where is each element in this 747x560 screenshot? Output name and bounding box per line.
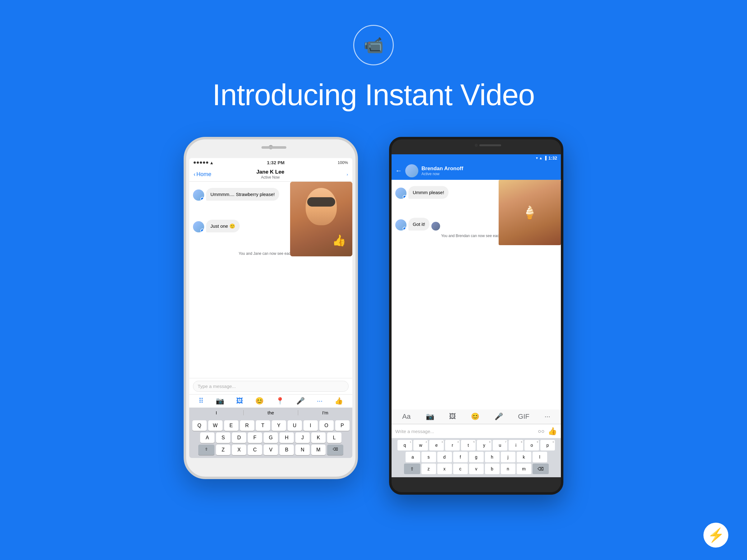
more-icon[interactable]: ··· bbox=[544, 412, 550, 421]
key-t[interactable]: T bbox=[256, 420, 270, 431]
key-s[interactable]: s bbox=[421, 452, 436, 462]
key-o[interactable]: 9o bbox=[524, 440, 539, 451]
key-d[interactable]: d bbox=[437, 452, 452, 462]
key-w[interactable]: 2w bbox=[413, 440, 428, 451]
key-j[interactable]: j bbox=[501, 452, 515, 462]
key-p[interactable]: P bbox=[335, 420, 350, 431]
gallery-icon[interactable]: 🖼 bbox=[449, 412, 456, 421]
wifi-icon: ▲ bbox=[209, 160, 214, 165]
key-b[interactable]: B bbox=[280, 445, 294, 455]
key-c[interactable]: C bbox=[248, 445, 262, 455]
key-m[interactable]: M bbox=[311, 445, 326, 455]
key-g[interactable]: G bbox=[264, 432, 278, 443]
key-h[interactable]: H bbox=[280, 432, 294, 443]
key-n[interactable]: n bbox=[501, 463, 515, 474]
android-screen: ▾ ▲ ▐ 1:32 ← Brendan Aronoff Active now bbox=[391, 154, 561, 477]
emoji-icon[interactable]: 😊 bbox=[471, 412, 479, 421]
key-n[interactable]: N bbox=[295, 445, 310, 455]
key-k[interactable]: K bbox=[311, 432, 326, 443]
like-icon[interactable]: 👍 bbox=[335, 397, 343, 405]
android-video-thumbnail[interactable]: 🍦 bbox=[499, 180, 561, 245]
key-r[interactable]: 4r bbox=[445, 440, 460, 451]
key-e[interactable]: E bbox=[224, 420, 238, 431]
key-k[interactable]: k bbox=[517, 452, 531, 462]
key-j[interactable]: J bbox=[295, 432, 310, 443]
android-back-button[interactable]: ← bbox=[395, 167, 402, 175]
key-z[interactable]: z bbox=[421, 463, 436, 474]
key-a[interactable]: A bbox=[200, 432, 214, 443]
received-bubble: Just one 🙂 bbox=[206, 220, 240, 232]
predictive-word-2[interactable]: the bbox=[244, 410, 298, 415]
bubble-icon: ○○ bbox=[538, 428, 545, 435]
key-y[interactable]: Y bbox=[272, 420, 286, 431]
messenger-bolt-icon: ⚡ bbox=[707, 527, 725, 543]
key-l[interactable]: L bbox=[327, 432, 341, 443]
key-v[interactable]: V bbox=[264, 445, 278, 455]
camera-icon[interactable]: 📷 bbox=[216, 397, 224, 405]
android-avatar-msg bbox=[395, 219, 407, 231]
iphone-back-button[interactable]: ‹ Home bbox=[194, 171, 211, 178]
key-i[interactable]: I bbox=[304, 420, 318, 431]
emoji-icon[interactable]: 😊 bbox=[255, 397, 264, 405]
key-z[interactable]: Z bbox=[216, 445, 230, 455]
iphone-predictive-bar: I the I'm bbox=[189, 407, 352, 418]
camera-icon[interactable]: 📷 bbox=[426, 412, 434, 421]
iphone-keyboard: Q W E R T Y U I O P A S D F G H bbox=[189, 418, 352, 458]
key-a[interactable]: a bbox=[406, 452, 420, 462]
video-face bbox=[306, 188, 337, 225]
key-shift[interactable]: ⇧ bbox=[198, 445, 214, 455]
android-status-icons: ▾ ▲ ▐ bbox=[536, 156, 546, 160]
apps-icon[interactable]: ⠿ bbox=[199, 397, 204, 405]
key-d[interactable]: D bbox=[232, 432, 246, 443]
iphone-screen: ▲ 1:32 PM 100% ‹ Home Jane K Lee Active … bbox=[189, 158, 352, 458]
android-chat-area: 🍦 Ummm please! OK! How many sco bbox=[391, 180, 561, 409]
keyboard-row-3: ⇧ Z X C V B N M ⌫ bbox=[190, 445, 351, 455]
key-y[interactable]: 6y bbox=[477, 440, 491, 451]
key-f[interactable]: F bbox=[248, 432, 262, 443]
iphone-video-thumbnail[interactable]: 👍 bbox=[290, 182, 352, 256]
key-g[interactable]: g bbox=[469, 452, 484, 462]
key-b[interactable]: b bbox=[485, 463, 499, 474]
key-t[interactable]: 5t bbox=[461, 440, 475, 451]
key-x[interactable]: x bbox=[437, 463, 452, 474]
key-q[interactable]: Q bbox=[192, 420, 207, 431]
mic-icon[interactable]: 🎤 bbox=[495, 412, 503, 421]
key-shift[interactable]: ⇧ bbox=[404, 463, 420, 474]
iphone-message-input[interactable]: Type a message... bbox=[193, 381, 349, 392]
text-icon[interactable]: Aa bbox=[402, 412, 411, 421]
key-u[interactable]: 7u bbox=[493, 440, 507, 451]
predictive-word-3[interactable]: I'm bbox=[298, 410, 352, 415]
location-icon[interactable]: 📍 bbox=[276, 397, 284, 405]
key-m[interactable]: m bbox=[517, 463, 531, 474]
key-r[interactable]: R bbox=[240, 420, 254, 431]
key-l[interactable]: l bbox=[533, 452, 547, 462]
key-backspace[interactable]: ⌫ bbox=[533, 463, 549, 474]
key-u[interactable]: U bbox=[288, 420, 302, 431]
back-chevron-icon: ‹ bbox=[194, 171, 196, 178]
key-p[interactable]: 0p bbox=[540, 440, 555, 451]
key-o[interactable]: O bbox=[319, 420, 334, 431]
mic-icon[interactable]: 🎤 bbox=[296, 397, 305, 405]
key-backspace[interactable]: ⌫ bbox=[327, 445, 343, 455]
key-s[interactable]: S bbox=[216, 432, 230, 443]
key-x[interactable]: X bbox=[232, 445, 246, 455]
photo-icon[interactable]: 🖼 bbox=[236, 397, 243, 405]
key-c[interactable]: c bbox=[453, 463, 468, 474]
gif-icon[interactable]: GIF bbox=[518, 412, 530, 421]
android-contact-name: Brendan Aronoff bbox=[421, 165, 557, 172]
android-message-input[interactable]: Write a message... bbox=[395, 429, 535, 434]
more-icon[interactable]: ··· bbox=[317, 397, 323, 405]
android-video-content: 🍦 bbox=[499, 180, 561, 245]
android-input-placeholder: Write a message... bbox=[395, 429, 434, 434]
key-w[interactable]: W bbox=[208, 420, 223, 431]
key-i[interactable]: 8i bbox=[509, 440, 523, 451]
key-v[interactable]: v bbox=[469, 463, 484, 474]
iphone-nav-right[interactable]: › bbox=[329, 172, 348, 177]
video-person: 👍 bbox=[290, 182, 352, 256]
key-e[interactable]: 3e bbox=[429, 440, 444, 451]
key-q[interactable]: 1q bbox=[397, 440, 412, 451]
key-f[interactable]: f bbox=[453, 452, 468, 462]
android-like-button[interactable]: 👍 bbox=[548, 427, 557, 435]
key-h[interactable]: h bbox=[485, 452, 499, 462]
predictive-word-1[interactable]: I bbox=[189, 410, 244, 415]
